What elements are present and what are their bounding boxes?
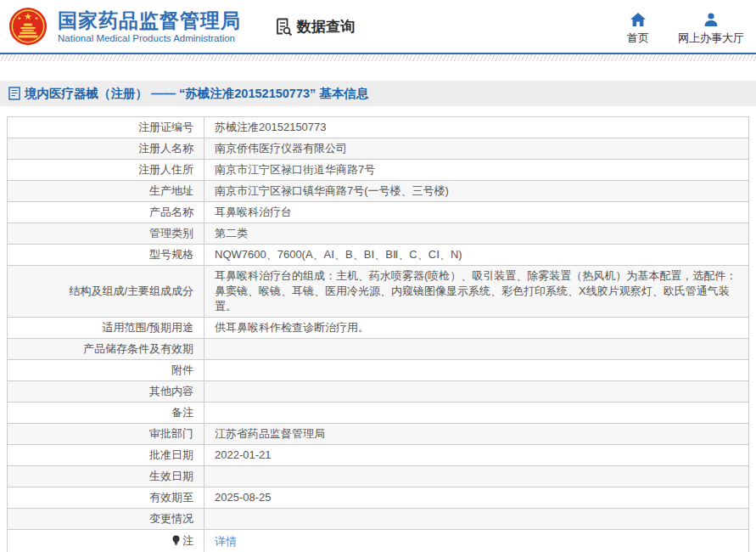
site-header: 国家药品监督管理局 National Medical Products Admi… (0, 0, 756, 53)
table-row: 变更情况 (8, 509, 749, 530)
row-label-text: 产品名称 (149, 206, 193, 218)
table-row: 注册人住所 南京市江宁区禄口街道华商路7号 (8, 160, 749, 181)
row-label: 批准日期 (8, 445, 204, 466)
row-value: 苏械注准20152150773 (204, 117, 749, 138)
row-label-text: 有效期至 (149, 491, 193, 504)
breadcrumb: 境内医疗器械（注册） —— “苏械注准20152150773” 基本信息 (0, 81, 756, 106)
row-value (204, 509, 749, 530)
row-label: 注 (8, 530, 204, 552)
row-label: 产品名称 (8, 202, 204, 223)
row-label-text: 注册人名称 (138, 142, 193, 155)
row-value: 详情 (204, 530, 749, 552)
table-row: 其他内容 (8, 381, 749, 403)
hatch-stripe-band (0, 54, 756, 61)
row-value (204, 381, 749, 403)
table-row: 型号规格 NQW7600、7600(A、AⅠ、B、BⅠ、BⅡ、C、CⅠ、N) (8, 245, 749, 266)
detail-link[interactable]: 详情 (215, 535, 237, 548)
row-label-text: 产品储存条件及有效期 (83, 342, 193, 355)
table-row: 产品储存条件及有效期 (8, 339, 749, 360)
table-row: 注册证编号 苏械注准20152150773 (8, 117, 749, 138)
row-value: NQW7600、7600(A、AⅠ、B、BⅠ、BⅡ、C、CⅠ、N) (204, 245, 749, 266)
row-label-text: 变更情况 (149, 512, 193, 525)
info-table-body: 注册证编号 苏械注准20152150773 注册人名称 南京侨伟医疗仪器有限公司 (8, 117, 749, 552)
row-value (204, 466, 749, 487)
row-label-text: 附件 (171, 363, 193, 376)
table-row: 适用范围/预期用途 供耳鼻喉科作检查诊断治疗用。 (8, 318, 749, 339)
row-value: 耳鼻喉科治疗台 (204, 202, 749, 223)
row-value: 2022-01-21 (204, 445, 749, 466)
table-row: 注 详情 (8, 530, 749, 552)
bulb-icon (171, 535, 181, 550)
nav-hall-label: 网上办事大厅 (678, 31, 744, 46)
nav-service-hall[interactable]: 网上办事大厅 (678, 7, 744, 46)
table-row: 备注 (8, 403, 749, 424)
nav-home[interactable]: 首页 (627, 7, 649, 46)
table-row: 产品名称 耳鼻喉科治疗台 (8, 202, 749, 223)
nmpa-emblem-logo (8, 7, 48, 46)
row-label-text: 注册人住所 (138, 163, 193, 176)
table-row: 审批部门 江苏省药品监督管理局 (8, 424, 749, 445)
table-row: 注册人名称 南京侨伟医疗仪器有限公司 (8, 138, 749, 160)
table-row: 有效期至 2025-08-25 (8, 487, 749, 509)
header-nav: 首页 网上办事大厅 (627, 7, 744, 46)
row-label: 注册证编号 (8, 117, 204, 138)
row-value (204, 339, 749, 360)
table-row: 生效日期 (8, 466, 749, 487)
row-label-text: 生效日期 (149, 470, 193, 482)
table-row: 附件 (8, 360, 749, 381)
breadcrumb-text: 境内医疗器械（注册） —— “苏械注准20152150773” 基本信息 (25, 86, 368, 102)
row-label: 审批部门 (8, 424, 204, 445)
info-table: 注册证编号 苏械注准20152150773 注册人名称 南京侨伟医疗仪器有限公司 (7, 116, 749, 552)
row-value (204, 403, 749, 424)
row-value: 2025-08-25 (204, 487, 749, 509)
brand-text: 国家药品监督管理局 National Medical Products Admi… (58, 9, 241, 43)
row-label-text: 生产地址 (149, 184, 193, 197)
row-label: 生产地址 (8, 181, 204, 202)
row-label: 有效期至 (8, 487, 204, 509)
nav-home-label: 首页 (627, 31, 649, 46)
row-label: 生效日期 (8, 466, 204, 487)
row-value: 第二类 (204, 223, 749, 245)
table-row: 批准日期 2022-01-21 (8, 445, 749, 466)
user-icon (703, 12, 720, 27)
table-row: 结构及组成/主要组成成分 耳鼻喉科治疗台的组成：主机、药水喷雾器(喷枪）、吸引装… (8, 266, 749, 318)
row-label-text: 型号规格 (149, 248, 193, 261)
table-row: 生产地址 南京市江宁区禄口镇华商路7号(一号楼、三号楼) (8, 181, 749, 202)
row-label-text: 其他内容 (149, 385, 193, 397)
row-label-text: 备注 (171, 406, 193, 419)
data-query-label: 数据查询 (297, 17, 355, 37)
document-icon (8, 87, 20, 100)
row-label: 变更情况 (8, 509, 204, 530)
row-label: 备注 (8, 403, 204, 424)
row-label-text: 注 (182, 534, 193, 547)
data-query-tab[interactable]: 数据查询 (273, 16, 355, 37)
row-label-text: 批准日期 (149, 448, 193, 461)
row-value: 供耳鼻喉科作检查诊断治疗用。 (204, 318, 749, 339)
row-label: 适用范围/预期用途 (8, 318, 204, 339)
row-label: 管理类别 (8, 223, 204, 245)
row-label-text: 管理类别 (149, 227, 193, 239)
row-label: 注册人名称 (8, 138, 204, 160)
table-row: 管理类别 第二类 (8, 223, 749, 245)
row-value: 南京市江宁区禄口镇华商路7号(一号楼、三号楼) (204, 181, 749, 202)
row-label: 注册人住所 (8, 160, 204, 181)
home-icon (630, 12, 647, 27)
row-label-text: 注册证编号 (138, 121, 193, 133)
row-label-text: 审批部门 (149, 427, 193, 440)
brand: 国家药品监督管理局 National Medical Products Admi… (8, 7, 355, 46)
row-label: 附件 (8, 360, 204, 381)
row-label: 型号规格 (8, 245, 204, 266)
site-title: 国家药品监督管理局 (58, 9, 241, 31)
row-label-text: 结构及组成/主要组成成分 (69, 284, 193, 297)
site-subtitle: National Medical Products Administration (58, 33, 241, 43)
row-value: 耳鼻喉科治疗台的组成：主机、药水喷雾器(喷枪）、吸引装置、除雾装置（热风机）为基… (204, 266, 749, 318)
row-label-text: 适用范围/预期用途 (102, 321, 193, 334)
data-query-icon (273, 16, 294, 37)
row-value: 南京市江宁区禄口街道华商路7号 (204, 160, 749, 181)
row-value: 南京侨伟医疗仪器有限公司 (204, 138, 749, 160)
row-value: 江苏省药品监督管理局 (204, 424, 749, 445)
row-value (204, 360, 749, 381)
row-label: 结构及组成/主要组成成分 (8, 266, 204, 318)
row-label: 产品储存条件及有效期 (8, 339, 204, 360)
row-label: 其他内容 (8, 381, 204, 403)
